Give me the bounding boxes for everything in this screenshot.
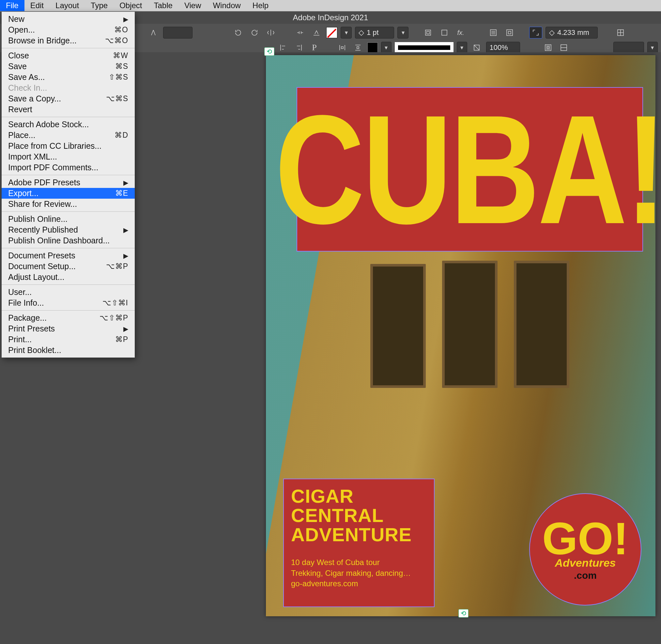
menu-item-file-info[interactable]: File Info...⌥⇧⌘I <box>2 298 135 308</box>
menu-item-label: Publish Online Dashboard... <box>8 236 110 245</box>
menu-item-label: Recently Published <box>8 225 78 235</box>
stroke-style[interactable] <box>395 42 454 53</box>
menu-item-label: Browse in Bridge... <box>8 36 77 45</box>
menu-separator <box>2 284 135 285</box>
menu-item-import-pdf-comments[interactable]: Import PDF Comments... <box>2 162 135 173</box>
menu-layout[interactable]: Layout <box>50 0 85 11</box>
title-text: CUBA! <box>275 80 661 258</box>
svg-rect-9 <box>547 47 549 48</box>
menu-item-save[interactable]: Save⌘S <box>2 61 135 72</box>
rotate-ccw-icon[interactable] <box>232 27 245 39</box>
svg-rect-0 <box>426 30 431 35</box>
frame-fit-content-icon[interactable] <box>421 27 435 39</box>
menu-item-new[interactable]: New▶ <box>2 14 135 24</box>
menu-item-search-adobe-stock[interactable]: Search Adobe Stock... <box>2 119 135 130</box>
submenu-arrow-icon: ▶ <box>123 226 128 234</box>
text-wrap-jump-icon[interactable] <box>542 42 554 53</box>
fill-swatch[interactable] <box>326 27 337 38</box>
menu-item-browse-in-bridge[interactable]: Browse in Bridge...⌥⌘O <box>2 35 135 46</box>
menu-window[interactable]: Window <box>207 0 246 11</box>
fx-icon[interactable]: fx. <box>454 27 467 39</box>
fill-dropdown[interactable]: ▾ <box>341 27 352 39</box>
menu-item-shortcut: ⌥⌘S <box>106 94 128 103</box>
subtitle-line-3: ADVENTURE <box>291 525 427 544</box>
align-right-edge-icon[interactable] <box>293 42 305 53</box>
menu-item-label: Share for Review... <box>8 199 77 209</box>
menu-item-document-setup[interactable]: Document Setup...⌥⌘P <box>2 261 135 272</box>
misc-dropdown-arrow[interactable]: ▾ <box>647 42 658 53</box>
flip-horizontal-icon[interactable] <box>264 27 277 39</box>
title-text-frame[interactable]: CUBA! <box>297 88 642 251</box>
menu-item-label: Import XML... <box>8 152 57 161</box>
menu-item-shortcut: ⌘D <box>115 131 128 140</box>
opacity-icon[interactable] <box>471 42 483 53</box>
menu-item-package[interactable]: Package...⌥⇧⌘P <box>2 313 135 323</box>
corner-options-icon[interactable] <box>529 27 542 39</box>
text-wrap-around-icon[interactable] <box>503 27 516 39</box>
gap-icon[interactable] <box>294 27 307 39</box>
text-wrap-none-icon[interactable] <box>487 27 500 39</box>
menu-item-save-as[interactable]: Save As...⇧⌘S <box>2 72 135 83</box>
menu-view[interactable]: View <box>179 0 207 11</box>
subtitle-text-frame[interactable]: CIGAR CENTRAL ADVENTURE 10 day West of C… <box>284 479 434 606</box>
frame-grid-icon[interactable] <box>614 27 627 39</box>
menu-item-adobe-pdf-presets[interactable]: Adobe PDF Presets▶ <box>2 177 135 188</box>
stroke-swatch[interactable] <box>367 42 378 53</box>
skew-input[interactable] <box>163 27 192 39</box>
menu-item-share-for-review[interactable]: Share for Review... <box>2 199 135 209</box>
stroke-weight-dropdown[interactable]: ▾ <box>397 27 409 39</box>
logo-text-domain: .com <box>574 570 597 581</box>
subtitle-line-2: CENTRAL <box>291 506 427 525</box>
menu-item-close[interactable]: Close⌘W <box>2 50 135 61</box>
distribute-horizontal-icon[interactable] <box>336 42 348 53</box>
stroke-weight-input[interactable]: ◇1 pt <box>355 27 394 39</box>
menu-item-user[interactable]: User... <box>2 287 135 298</box>
skew-icon[interactable] <box>147 27 160 39</box>
menu-item-revert[interactable]: Revert <box>2 104 135 115</box>
menu-type[interactable]: Type <box>85 0 114 11</box>
misc-dropdown[interactable] <box>613 42 644 53</box>
menu-item-adjust-layout[interactable]: Adjust Layout... <box>2 272 135 282</box>
menu-item-print-booklet[interactable]: Print Booklet... <box>2 345 135 355</box>
svg-rect-8 <box>545 45 551 51</box>
menu-file[interactable]: File <box>0 0 24 11</box>
menu-table[interactable]: Table <box>148 0 179 11</box>
menu-item-save-a-copy[interactable]: Save a Copy...⌥⌘S <box>2 93 135 104</box>
menu-item-label: Print Presets <box>8 324 55 334</box>
menu-item-place-from-cc-libraries[interactable]: Place from CC Libraries... <box>2 141 135 152</box>
document-page[interactable]: ⟲ CUBA! CIGAR CENTRAL ADVENTURE 10 day W… <box>266 55 656 616</box>
menu-item-document-presets[interactable]: Document Presets▶ <box>2 250 135 261</box>
menu-item-export[interactable]: Export...⌘E <box>2 188 135 199</box>
paragraph-icon[interactable]: P <box>308 42 321 53</box>
menu-item-recently-published[interactable]: Recently Published▶ <box>2 225 135 235</box>
rotate-cw-icon[interactable] <box>248 27 261 39</box>
align-left-edge-icon[interactable] <box>277 42 289 53</box>
corner-size-input[interactable]: ◇4.233 mm <box>546 27 598 39</box>
menu-item-label: Print Booklet... <box>8 345 61 355</box>
menu-item-label: Check In... <box>8 83 47 93</box>
stroke-style-dropdown[interactable]: ▾ <box>457 42 467 53</box>
menu-help[interactable]: Help <box>247 0 274 11</box>
menu-edit[interactable]: Edit <box>24 0 50 11</box>
menu-item-import-xml[interactable]: Import XML... <box>2 152 135 162</box>
frame-fit-frame-icon[interactable] <box>438 27 451 39</box>
logo-frame[interactable]: GO! Adventures .com <box>530 494 641 605</box>
text-wrap-skip-icon[interactable] <box>557 42 570 53</box>
menu-separator <box>2 48 135 48</box>
menu-item-open[interactable]: Open...⌘O <box>2 24 135 35</box>
menu-item-publish-online-dashboard[interactable]: Publish Online Dashboard... <box>2 235 135 246</box>
stroke-dropdown[interactable]: ▾ <box>381 42 391 53</box>
menu-separator <box>2 117 135 117</box>
menu-item-label: Adjust Layout... <box>8 272 64 282</box>
menu-item-label: File Info... <box>8 298 44 308</box>
menu-item-label: Save <box>8 62 27 71</box>
distribute-vertical-icon[interactable] <box>352 42 364 53</box>
menu-item-print[interactable]: Print...⌘P <box>2 334 135 345</box>
menu-item-place[interactable]: Place...⌘D <box>2 130 135 141</box>
menu-item-print-presets[interactable]: Print Presets▶ <box>2 323 135 334</box>
menu-object[interactable]: Object <box>114 0 148 11</box>
menu-item-publish-online[interactable]: Publish Online... <box>2 214 135 225</box>
baseline-icon[interactable] <box>310 27 323 39</box>
svg-rect-1 <box>442 30 447 35</box>
opacity-input[interactable]: 100% <box>486 42 520 53</box>
